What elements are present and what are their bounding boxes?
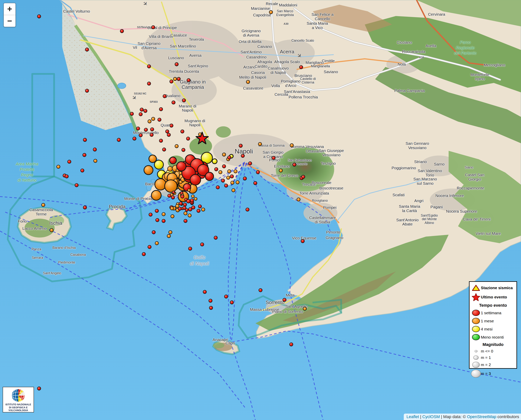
- earthquake-marker-orange[interactable]: [194, 197, 197, 200]
- earthquake-marker-red[interactable]: [170, 157, 176, 164]
- earthquake-marker-red[interactable]: [283, 298, 286, 302]
- earthquake-marker-red[interactable]: [83, 153, 86, 157]
- earthquake-marker-red[interactable]: [152, 26, 155, 29]
- earthquake-marker-red[interactable]: [159, 107, 163, 111]
- earthquake-marker-orange[interactable]: [191, 195, 194, 198]
- earthquake-marker-red[interactable]: [167, 133, 171, 136]
- earthquake-marker-red[interactable]: [178, 207, 181, 210]
- earthquake-marker-orange[interactable]: [223, 153, 226, 156]
- earthquake-marker-orange[interactable]: [41, 203, 45, 207]
- earthquake-marker-orange[interactable]: [234, 170, 237, 173]
- earthquake-marker-red[interactable]: [147, 65, 151, 68]
- earthquake-marker-red[interactable]: [85, 48, 89, 51]
- earthquake-marker-orange[interactable]: [232, 188, 235, 192]
- earthquake-marker-red[interactable]: [214, 236, 217, 240]
- earthquake-marker-red[interactable]: [172, 101, 175, 104]
- earthquake-marker-red[interactable]: [170, 80, 173, 83]
- earthquake-marker-orange[interactable]: [149, 155, 156, 163]
- earthquake-marker-red[interactable]: [133, 137, 136, 140]
- earthquake-marker-red[interactable]: [243, 177, 246, 180]
- earthquake-marker-red[interactable]: [148, 245, 151, 249]
- earthquake-marker-orange[interactable]: [165, 180, 177, 192]
- earthquake-marker-red[interactable]: [256, 170, 260, 174]
- earthquake-marker-red[interactable]: [224, 295, 228, 298]
- earthquake-marker-red[interactable]: [272, 156, 275, 160]
- earthquake-marker-red[interactable]: [170, 124, 173, 127]
- earthquake-marker-red[interactable]: [248, 162, 252, 165]
- earthquake-marker-orange[interactable]: [144, 165, 153, 175]
- earthquake-marker-red[interactable]: [221, 179, 225, 182]
- earthquake-marker-red[interactable]: [187, 199, 190, 203]
- earthquake-marker-orange[interactable]: [168, 166, 172, 171]
- earthquake-marker-red[interactable]: [302, 175, 305, 179]
- earthquake-marker-orange[interactable]: [57, 165, 60, 169]
- earthquake-marker-red[interactable]: [259, 289, 262, 292]
- ingv-logo[interactable]: ISTITUTO NAZIONALE DI GEOFISICA E VULCAN…: [3, 387, 34, 412]
- earthquake-marker-red[interactable]: [37, 15, 41, 18]
- earthquake-marker-red[interactable]: [142, 252, 146, 256]
- earthquake-marker-red[interactable]: [184, 219, 187, 223]
- earthquake-marker-red[interactable]: [147, 82, 151, 85]
- earthquake-marker-red[interactable]: [120, 30, 124, 33]
- earthquake-marker-red[interactable]: [85, 89, 89, 92]
- earthquake-marker-red[interactable]: [186, 137, 190, 140]
- earthquake-marker-red[interactable]: [241, 154, 245, 158]
- earthquake-marker-red[interactable]: [172, 191, 175, 194]
- earthquake-marker-red[interactable]: [150, 133, 153, 136]
- earthquake-marker-yellow[interactable]: [212, 159, 217, 164]
- earthquake-marker-red[interactable]: [68, 160, 71, 164]
- leaflet-link[interactable]: Leaflet: [406, 414, 419, 419]
- earthquake-marker-orange[interactable]: [269, 11, 273, 14]
- earthquake-marker-red[interactable]: [81, 169, 84, 172]
- earthquake-marker-red[interactable]: [156, 218, 159, 222]
- earthquake-marker-red[interactable]: [224, 184, 228, 187]
- earthquake-marker-red[interactable]: [139, 112, 142, 116]
- earthquake-marker-red[interactable]: [182, 99, 186, 102]
- earthquake-marker-orange[interactable]: [279, 169, 283, 172]
- earthquake-marker-red[interactable]: [75, 184, 78, 187]
- earthquake-marker-orange[interactable]: [170, 207, 174, 210]
- earthquake-marker-red[interactable]: [198, 205, 201, 208]
- earthquake-marker-red[interactable]: [130, 112, 134, 116]
- earthquake-marker-red[interactable]: [301, 240, 305, 243]
- earthquake-marker-red[interactable]: [65, 175, 68, 178]
- earthquake-marker-orange[interactable]: [148, 120, 151, 123]
- earthquake-marker-orange[interactable]: [188, 214, 191, 217]
- earthquake-marker-red[interactable]: [158, 118, 161, 121]
- earthquake-marker-orange[interactable]: [246, 80, 250, 83]
- earthquake-marker-orange[interactable]: [187, 189, 190, 192]
- earthquake-marker-orange[interactable]: [155, 241, 158, 245]
- earthquake-marker-red[interactable]: [188, 247, 192, 250]
- zoom-out-button[interactable]: −: [4, 15, 15, 27]
- earthquake-marker-red[interactable]: [177, 162, 186, 171]
- cyclosm-link[interactable]: CyclOSM: [422, 414, 440, 419]
- earthquake-marker-orange[interactable]: [162, 212, 165, 216]
- earthquake-marker-red[interactable]: [197, 209, 200, 212]
- earthquake-marker-red[interactable]: [150, 128, 154, 131]
- earthquake-marker-orange[interactable]: [236, 180, 239, 184]
- earthquake-marker-red[interactable]: [168, 194, 171, 197]
- earthquake-marker-red[interactable]: [152, 231, 155, 234]
- earthquake-marker-red[interactable]: [192, 206, 195, 209]
- earthquake-marker-red[interactable]: [253, 181, 257, 185]
- earthquake-marker-red[interactable]: [144, 128, 148, 131]
- earthquake-marker-orange[interactable]: [169, 231, 172, 234]
- earthquake-marker-orange[interactable]: [227, 176, 230, 179]
- earthquake-marker-red[interactable]: [246, 208, 249, 211]
- zoom-in-button[interactable]: +: [4, 3, 15, 15]
- earthquake-marker-red[interactable]: [136, 127, 140, 130]
- earthquake-marker-red[interactable]: [171, 196, 175, 199]
- earthquake-marker-red[interactable]: [165, 130, 169, 133]
- earthquake-marker-red[interactable]: [163, 148, 166, 151]
- earthquake-marker-red[interactable]: [139, 134, 142, 137]
- earthquake-marker-red[interactable]: [187, 79, 190, 82]
- earthquake-marker-red[interactable]: [83, 138, 87, 142]
- osm-link[interactable]: OpenStreetMap: [467, 414, 496, 419]
- earthquake-marker-orange[interactable]: [151, 190, 161, 200]
- earthquake-marker-red[interactable]: [175, 63, 178, 66]
- earthquake-marker-orange[interactable]: [94, 159, 97, 163]
- earthquake-marker-red[interactable]: [200, 243, 204, 246]
- earthquake-marker-red[interactable]: [93, 148, 97, 151]
- last-event-star[interactable]: [196, 132, 208, 144]
- earthquake-marker-red[interactable]: [182, 148, 185, 151]
